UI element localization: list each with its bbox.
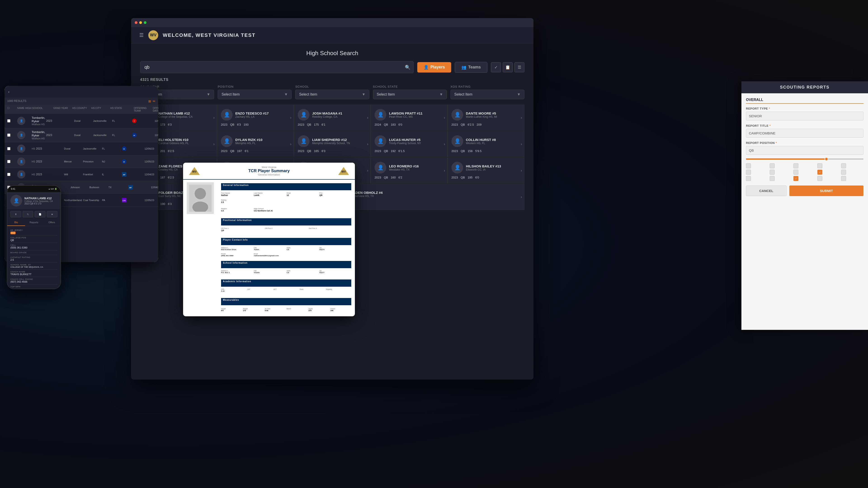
- player-avatar-4: 👤: [375, 109, 386, 121]
- svg-text:WV: WV: [341, 170, 346, 173]
- row-avatar: 👤: [17, 117, 25, 125]
- table-row[interactable]: 👤 Tomberlin, RykerWolfson HS 2023 Duval …: [4, 128, 158, 142]
- checkbox-14[interactable]: [817, 176, 822, 181]
- browser-maximize-dot[interactable]: [144, 21, 147, 24]
- players-tab-button[interactable]: 👤 Players: [417, 62, 451, 72]
- player-card-17[interactable]: 👤 CADEN OBHOLZ #4 Timberview HS, TX 2023…: [332, 184, 524, 210]
- xos-rating-select[interactable]: Select Item ▼: [451, 90, 524, 99]
- school-select[interactable]: Select Item ▼: [295, 90, 369, 99]
- phone-tab-bio[interactable]: Bio: [7, 219, 25, 226]
- tcr-main-title: TCR Player Summary: [201, 168, 337, 173]
- player-card-5[interactable]: 👤 DANTE MOORE #5 Martin Luther King HS, …: [447, 105, 524, 131]
- back-icon[interactable]: ‹: [8, 90, 9, 94]
- player-card-4[interactable]: 👤 LAWSON PRATT #11 Pearl River CC, MS 20…: [371, 105, 447, 131]
- checkbox-1[interactable]: [746, 163, 751, 168]
- view-icons: ✓ 📋 ☰: [491, 62, 524, 72]
- scouting-report-pos-input[interactable]: [746, 146, 864, 155]
- submit-button[interactable]: SUBMIT: [789, 186, 864, 196]
- checkbox-5[interactable]: [841, 163, 846, 168]
- player-school-7: Memphis HS, FL: [235, 142, 290, 145]
- table-row[interactable]: 👤 HS 2023 Duval Jacksonville FL H 12/06/…: [4, 142, 158, 155]
- jersey-badge: #12: [10, 232, 16, 234]
- player-name-15: HILSHON BAILEY #13: [466, 164, 521, 168]
- player-stats-7: 2023QB1976'1: [221, 149, 290, 153]
- scouting-report-type-input[interactable]: [746, 111, 864, 121]
- scouting-section-overall: OVERALL: [746, 98, 864, 104]
- scouting-report-title-label: REPORT TITLE: [746, 124, 864, 127]
- checkbox-8[interactable]: [794, 170, 798, 175]
- player-card-7[interactable]: 👤 DYLAN RIZK #10 Memphis HS, FL 2023QB19…: [217, 131, 294, 157]
- scouting-panel: SCOUTING REPORTS OVERALL REPORT TYPE REP…: [741, 81, 868, 330]
- filter-icon[interactable]: ⊞: [148, 99, 151, 103]
- phone-report-button[interactable]: 📄: [35, 211, 45, 217]
- players-icon: 👤: [424, 65, 429, 70]
- phone-tab-offers[interactable]: Offers: [43, 219, 61, 226]
- checkbox-4[interactable]: [817, 163, 822, 168]
- school-state-select[interactable]: Select Item ▼: [373, 90, 447, 99]
- phone-tab-reports[interactable]: Reports: [25, 219, 43, 226]
- wv-logo: WV: [148, 30, 158, 40]
- scouting-report-title-input[interactable]: [746, 129, 864, 138]
- view-list-button[interactable]: ☰: [515, 62, 524, 72]
- tcr-report-tablet: WV West Virginia TCR Player Summary Gene…: [183, 163, 355, 316]
- checkbox-12[interactable]: [770, 176, 775, 181]
- player-stats-9: 2023QB1926'1.5: [375, 149, 444, 153]
- checkbox-11[interactable]: [746, 176, 751, 181]
- teams-tab-button[interactable]: 👥 Teams: [455, 62, 487, 73]
- search-input[interactable]: [140, 61, 414, 73]
- phone-twitter-button[interactable]: 𝕏: [23, 211, 33, 217]
- checkbox-7[interactable]: [770, 170, 775, 175]
- browser-minimize-dot[interactable]: [139, 21, 142, 24]
- checkbox-13[interactable]: ✓: [794, 176, 798, 181]
- search-button[interactable]: 🔍: [405, 65, 410, 70]
- position-select[interactable]: Select Item ▼: [218, 90, 291, 99]
- view-copy-button[interactable]: 📋: [503, 62, 513, 72]
- team-logo: H: [121, 145, 127, 152]
- scouting-slider[interactable]: [746, 158, 864, 160]
- player-avatar-14: 👤: [375, 162, 386, 173]
- row-checkbox[interactable]: [7, 119, 10, 123]
- row-checkbox[interactable]: [7, 160, 10, 163]
- table-row[interactable]: 👤 HS 2023 Will Frankfort IL AF 12/04/23: [4, 168, 158, 181]
- row-checkbox[interactable]: [7, 133, 10, 137]
- player-avatar-5: 👤: [452, 109, 463, 121]
- view-check-button[interactable]: ✓: [491, 62, 501, 72]
- player-card-10[interactable]: 👤 COLLIN HURST #8 Western HS, FL 2023QB1…: [447, 131, 524, 157]
- cancel-button[interactable]: CANCEL: [746, 186, 786, 196]
- row-checkbox[interactable]: [7, 173, 10, 176]
- player-name-10: COLLIN HURST #8: [466, 138, 521, 142]
- phone-star-button[interactable]: ★: [47, 211, 58, 217]
- hamburger-icon[interactable]: ☰: [139, 32, 144, 38]
- checkbox-6[interactable]: [746, 170, 751, 175]
- browser-close-dot[interactable]: [135, 21, 137, 24]
- phone-status-icons: ▲ WiFi 🔋: [49, 188, 57, 190]
- filter-xos-rating: XOS RATING Select Item ▼: [451, 85, 524, 99]
- player-photo: 👤: [10, 195, 22, 206]
- chevron-right-icon: ›: [521, 116, 522, 120]
- edit-icon[interactable]: ✏: [153, 99, 156, 103]
- checkbox-10[interactable]: [841, 170, 846, 175]
- player-card-14[interactable]: 👤 LEO ROMERO #16 Westlake HS, TX 2023QB1…: [371, 158, 447, 184]
- phone-share-button[interactable]: ⬆: [10, 211, 21, 217]
- scouting-slider-thumb[interactable]: [825, 157, 828, 161]
- svg-point-19: [195, 188, 206, 199]
- table-row[interactable]: 👤 Tomberlin, RykerWolfson HS 2023 Duval …: [4, 114, 158, 128]
- player-card-15[interactable]: 👤 HILSHON BAILEY #13 Ellsworth CC, IA 20…: [447, 158, 524, 184]
- checkbox-3[interactable]: [794, 163, 798, 168]
- tcr-school: CG Northern Cal JC: [254, 210, 318, 212]
- results-count: 4321 RESULTS: [140, 78, 524, 82]
- player-card-9[interactable]: 👤 LUCAS HUNTER #5 Trinity-Pawling School…: [371, 131, 447, 157]
- player-card-2[interactable]: 👤 ENZO TEDESCO #17 Zachary HS, LA 2023QB…: [217, 105, 294, 131]
- tcr-rating: 2.5: [221, 201, 253, 203]
- phone-player-header: 👤 NATHAN LAMB #12 College of the Sequoia…: [7, 192, 61, 209]
- checkbox-2[interactable]: [770, 163, 775, 168]
- row-checkbox[interactable]: [7, 147, 10, 150]
- player-card-8[interactable]: 👤 LIAM SHEPHERD #12 Memphis University S…: [294, 131, 371, 157]
- table-row[interactable]: 👤 HS 2023 Mercer Princeton NJ H 12/05/23: [4, 155, 158, 168]
- player-card-3[interactable]: 👤 JOSH MAGANA #1 Reedley College, CA 202…: [294, 105, 371, 131]
- player-school-1: College of the Sequoias, CA: [158, 115, 213, 119]
- phone-tabs: Bio Reports Offers: [7, 219, 61, 226]
- checkbox-9[interactable]: ✓: [817, 170, 822, 175]
- checkbox-15[interactable]: [841, 176, 846, 181]
- tcr-contact-header: Player Contact Info: [221, 238, 351, 245]
